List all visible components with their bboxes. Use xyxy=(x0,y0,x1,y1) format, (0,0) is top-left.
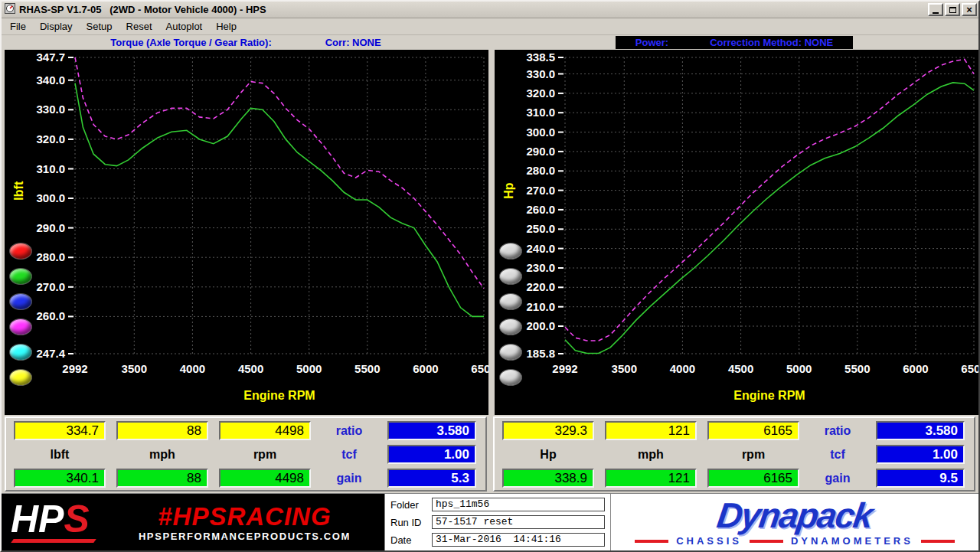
svg-text:260.0: 260.0 xyxy=(526,203,555,216)
menu-reset[interactable]: Reset xyxy=(119,19,159,34)
svg-text:210.0: 210.0 xyxy=(526,300,555,313)
trace-button-gray-4[interactable] xyxy=(499,318,522,335)
hps-branding: HPS #HPSRACING HPSPERFORMANCEPRODUCTS.CO… xyxy=(2,494,384,550)
trace-button-cyan[interactable] xyxy=(9,344,32,361)
svg-text:5000: 5000 xyxy=(786,362,812,375)
close-button[interactable]: × xyxy=(962,3,977,16)
torque-readouts: 334.7 88 4498 ratio 3.580 lbft mph rpm t… xyxy=(5,416,487,492)
svg-text:270.0: 270.0 xyxy=(36,280,65,293)
red-dash-icon xyxy=(921,540,955,543)
svg-text:290.0: 290.0 xyxy=(36,221,65,234)
power-plot[interactable]: 29923500400045005000550060006500338.5330… xyxy=(495,50,978,415)
svg-text:Engine RPM: Engine RPM xyxy=(243,389,315,402)
svg-text:230.0: 230.0 xyxy=(526,261,555,274)
menu-bar: File Display Setup Reset Autoplot Help xyxy=(2,18,978,35)
ratio-label-right: ratio xyxy=(810,421,865,440)
svg-text:290.0: 290.0 xyxy=(526,145,555,158)
menu-autoplot[interactable]: Autoplot xyxy=(159,19,210,34)
svg-text:247.4: 247.4 xyxy=(36,347,65,360)
trace-button-green[interactable] xyxy=(9,268,32,285)
power-header: Power: Correction Method: NONE xyxy=(490,35,978,50)
svg-text:185.8: 185.8 xyxy=(526,347,555,360)
svg-text:310.0: 310.0 xyxy=(36,162,65,175)
svg-text:4500: 4500 xyxy=(728,362,753,375)
menu-display[interactable]: Display xyxy=(33,19,80,34)
menu-setup[interactable]: Setup xyxy=(80,19,119,34)
power-run2-value: 338.9 xyxy=(502,469,594,488)
dynapack-logo: Dynapack xyxy=(715,498,874,533)
title-bar: RHAS-SP V1.7-05 (2WD - Motor Vehicle 400… xyxy=(2,2,978,18)
folder-field[interactable]: hps_11m56 xyxy=(432,498,605,511)
hps-logo: HPS xyxy=(11,500,97,544)
folder-label: Folder xyxy=(390,499,427,511)
trace-button-yellow[interactable] xyxy=(9,369,32,386)
trace-button-magenta[interactable] xyxy=(9,318,32,335)
red-dash-icon xyxy=(750,540,783,543)
svg-text:280.0: 280.0 xyxy=(526,164,555,177)
run-id-field[interactable]: 57-1517 reset xyxy=(432,515,605,529)
maximize-button[interactable] xyxy=(945,3,960,16)
svg-text:2992: 2992 xyxy=(62,362,87,375)
dynapack-chassis-text: CHASSIS xyxy=(676,535,742,547)
rpm-run1-value-left: 4498 xyxy=(219,421,311,440)
gain-value-left[interactable]: 5.3 xyxy=(387,469,476,488)
trace-button-gray-3[interactable] xyxy=(499,293,522,310)
dynapack-dynamometers-text: DYNAMOMETERS xyxy=(791,535,913,547)
svg-text:2992: 2992 xyxy=(552,362,577,375)
svg-text:5500: 5500 xyxy=(354,362,380,375)
minimize-button[interactable] xyxy=(928,3,943,16)
window-controls: × xyxy=(928,3,977,16)
gain-value-right[interactable]: 9.5 xyxy=(876,469,965,488)
app-icon xyxy=(5,3,15,17)
speed-run1-value-right: 121 xyxy=(605,421,697,440)
rpm-run1-value-right: 6165 xyxy=(707,421,799,440)
torque-unit-label: lbft xyxy=(14,445,106,464)
svg-text:260.0: 260.0 xyxy=(36,309,65,322)
svg-text:270.0: 270.0 xyxy=(526,184,555,197)
svg-text:330.0: 330.0 xyxy=(36,103,65,116)
trace-button-gray-6[interactable] xyxy=(499,369,522,386)
ratio-value-left[interactable]: 3.580 xyxy=(387,421,476,440)
trace-button-gray-1[interactable] xyxy=(499,243,522,260)
svg-text:4000: 4000 xyxy=(670,362,695,375)
power-chart-panel: 29923500400045005000550060006500338.5330… xyxy=(495,50,978,415)
svg-text:5500: 5500 xyxy=(844,362,870,375)
hps-logo-hp: HP xyxy=(11,498,64,541)
power-header-title: Power: xyxy=(635,37,668,48)
tcf-value-left[interactable]: 1.00 xyxy=(387,445,476,464)
svg-text:4500: 4500 xyxy=(238,362,263,375)
charts-area: 29923500400045005000550060006500347.7340… xyxy=(2,50,978,415)
app-window: RHAS-SP V1.7-05 (2WD - Motor Vehicle 400… xyxy=(0,0,980,552)
speed-unit-label-left: mph xyxy=(116,445,208,464)
speed-unit-label-right: mph xyxy=(605,445,697,464)
torque-header-title: Torque (Axle Torque / Gear Ratio): xyxy=(110,37,271,48)
chart-headers: Torque (Axle Torque / Gear Ratio): Corr:… xyxy=(2,35,978,50)
speed-run1-value-left: 88 xyxy=(116,421,208,440)
svg-text:200.0: 200.0 xyxy=(526,319,555,332)
menu-help[interactable]: Help xyxy=(209,19,243,34)
trace-button-red[interactable] xyxy=(9,243,32,260)
svg-text:300.0: 300.0 xyxy=(526,126,555,139)
svg-text:5000: 5000 xyxy=(296,362,322,375)
torque-plot[interactable]: 29923500400045005000550060006500347.7340… xyxy=(5,50,488,415)
torque-chart-panel: 29923500400045005000550060006500347.7340… xyxy=(5,50,488,415)
tcf-value-right[interactable]: 1.00 xyxy=(876,445,965,464)
trace-button-blue[interactable] xyxy=(9,293,32,310)
svg-text:4000: 4000 xyxy=(180,362,205,375)
ratio-value-right[interactable]: 3.580 xyxy=(876,421,965,440)
power-correction-label: Correction Method: NONE xyxy=(710,37,833,48)
svg-text:330.0: 330.0 xyxy=(526,67,555,80)
trace-button-gray-2[interactable] xyxy=(499,268,522,285)
date-field[interactable]: 31-Mar-2016 14:41:16 xyxy=(432,533,605,547)
power-run1-value: 329.3 xyxy=(502,421,594,440)
svg-text:280.0: 280.0 xyxy=(36,250,65,263)
torque-header: Torque (Axle Torque / Gear Ratio): Corr:… xyxy=(2,35,490,50)
torque-run1-value: 334.7 xyxy=(14,421,106,440)
torque-run2-value: 340.1 xyxy=(14,469,106,488)
power-readouts: 329.3 121 6165 ratio 3.580 Hp mph rpm tc… xyxy=(493,416,975,492)
date-label: Date xyxy=(390,534,427,546)
trace-button-gray-5[interactable] xyxy=(499,344,522,361)
menu-file[interactable]: File xyxy=(3,19,33,34)
rpm-run2-value-right: 6165 xyxy=(707,469,799,488)
tcf-label-right: tcf xyxy=(810,445,865,464)
